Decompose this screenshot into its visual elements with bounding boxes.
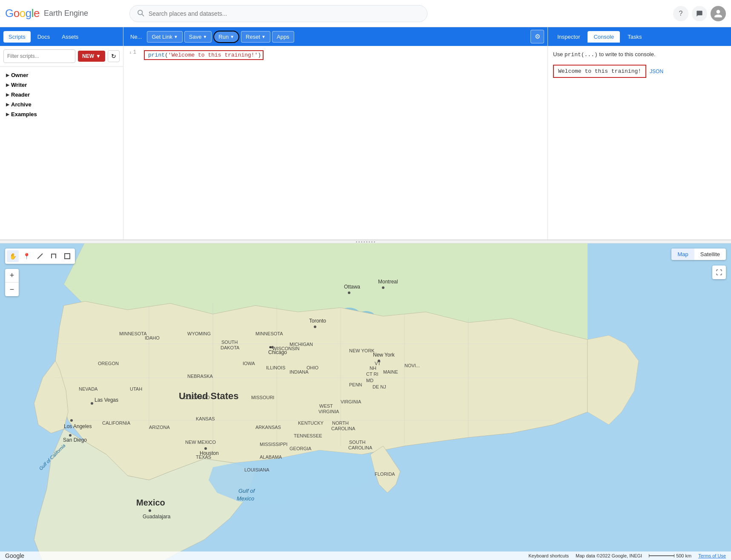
reset-button[interactable]: Reset ▼ — [241, 31, 270, 43]
tree-item-reader[interactable]: ▶ Reader — [3, 90, 120, 100]
svg-text:Toronto: Toronto — [309, 318, 326, 324]
editor-new-label: Ne... — [127, 31, 145, 42]
svg-text:NEW YORK: NEW YORK — [349, 348, 375, 353]
tab-inspector[interactable]: Inspector — [551, 31, 586, 43]
tab-docs[interactable]: Docs — [32, 31, 55, 43]
map-zoom-controls: + − — [5, 269, 19, 296]
console-json-label[interactable]: JSON — [650, 69, 663, 74]
svg-text:LOUISIANA: LOUISIANA — [244, 467, 269, 472]
left-tabs: Scripts Docs Assets — [0, 27, 123, 46]
tree-arrow-writer: ▶ — [6, 83, 9, 87]
svg-text:NORTH: NORTH — [332, 420, 349, 426]
svg-text:FLORIDA: FLORIDA — [375, 471, 395, 477]
svg-text:CAROLINA: CAROLINA — [331, 426, 355, 431]
notification-button[interactable] — [692, 6, 707, 21]
rectangle-tool-button[interactable] — [61, 250, 73, 262]
save-button[interactable]: Save ▼ — [184, 31, 212, 43]
svg-text:WYOMING: WYOMING — [187, 331, 211, 336]
breakpoint-indicator: i — [129, 51, 132, 54]
svg-text:Houston: Houston — [200, 450, 219, 456]
console-content: Use print(...) to write to this console.… — [548, 46, 731, 240]
svg-point-75 — [382, 286, 384, 289]
svg-text:OREGON: OREGON — [98, 361, 119, 366]
settings-gear-button[interactable]: ⚙ — [530, 30, 544, 43]
svg-text:MINNESOTA: MINNESOTA — [119, 331, 147, 336]
pan-tool-button[interactable]: ✋ — [7, 250, 19, 262]
user-avatar-button[interactable] — [711, 6, 726, 21]
logo-earth-engine-text: Earth Engine — [44, 9, 88, 18]
refresh-button[interactable]: ↻ — [108, 50, 120, 62]
header-icons: ? — [673, 6, 726, 21]
search-icon — [137, 9, 144, 18]
svg-text:MICHIGAN: MICHIGAN — [290, 342, 313, 347]
svg-text:Guadalajara: Guadalajara — [143, 514, 171, 520]
svg-text:IOWA: IOWA — [243, 361, 255, 366]
resize-handle[interactable] — [0, 240, 731, 243]
svg-text:NOVI...: NOVI... — [404, 363, 420, 368]
right-panel: Inspector Console Tasks Use print(...) t… — [548, 27, 731, 240]
svg-text:CAROLINA: CAROLINA — [348, 445, 373, 450]
search-bar-container[interactable] — [129, 5, 427, 22]
point-tool-button[interactable]: 📍 — [20, 250, 32, 262]
help-button[interactable]: ? — [673, 6, 688, 21]
tab-scripts[interactable]: Scripts — [3, 31, 31, 43]
map-area[interactable]: OREGON IDAHO WYOMING NEBRASKA KANSAS MIS… — [0, 243, 731, 560]
tree-arrow-reader: ▶ — [6, 92, 9, 97]
svg-point-69 — [378, 360, 380, 362]
tree-item-examples[interactable]: ▶ Examples — [3, 109, 120, 119]
tab-tasks[interactable]: Tasks — [622, 31, 648, 43]
svg-text:PENN: PENN — [349, 382, 362, 387]
tab-console[interactable]: Console — [588, 31, 620, 43]
middle-panel: Ne... Get Link ▼ Save ▼ Run ▼ Reset ▼ — [123, 27, 548, 240]
terms-of-use-link[interactable]: Terms of Use — [698, 553, 726, 558]
console-output-box: Welcome to this training! — [553, 65, 646, 78]
code-editor[interactable]: i 1 print('Welcome to this training!') — [123, 46, 548, 240]
map-view-button[interactable]: Map — [671, 249, 694, 260]
svg-text:VIRGINIA: VIRGINIA — [318, 409, 339, 414]
panels-row: Scripts Docs Assets NEW ▼ ↻ ▶ Owner ▶ — [0, 27, 731, 240]
run-button[interactable]: Run ▼ — [213, 31, 239, 43]
zoom-in-button[interactable]: + — [5, 269, 19, 283]
svg-text:WEST: WEST — [319, 403, 333, 409]
tree-item-writer[interactable]: ▶ Writer — [3, 80, 120, 90]
svg-point-83 — [204, 447, 207, 450]
svg-text:Mexico: Mexico — [237, 495, 254, 502]
code-content-1: print('Welcome to this training!') — [146, 52, 261, 58]
svg-text:ILLINOIS: ILLINOIS — [266, 365, 285, 370]
svg-text:Montreal: Montreal — [378, 279, 398, 285]
apps-button[interactable]: Apps — [272, 31, 294, 43]
reset-arrow: ▼ — [261, 34, 266, 39]
keyboard-shortcuts-link[interactable]: Keyboard shortcuts — [528, 553, 569, 558]
svg-text:CT RI: CT RI — [366, 371, 378, 377]
search-input[interactable] — [149, 10, 420, 17]
svg-text:SOUTH: SOUTH — [221, 340, 238, 345]
shape-tool-button[interactable] — [48, 250, 60, 262]
scale-bar: 500 km — [649, 553, 691, 558]
svg-point-81 — [69, 434, 72, 437]
tree-item-owner[interactable]: ▶ Owner — [3, 70, 120, 80]
zoom-out-button[interactable]: − — [5, 283, 19, 296]
satellite-view-button[interactable]: Satellite — [694, 249, 726, 260]
new-script-button[interactable]: NEW ▼ — [78, 51, 105, 62]
svg-text:NEW MEXICO: NEW MEXICO — [185, 440, 216, 445]
line-tool-button[interactable] — [34, 250, 46, 262]
tree-item-archive[interactable]: ▶ Archive — [3, 100, 120, 109]
filter-scripts-input[interactable] — [3, 49, 75, 63]
svg-text:MD: MD — [366, 378, 373, 383]
tab-assets[interactable]: Assets — [57, 31, 83, 43]
svg-text:Gulf of: Gulf of — [238, 488, 255, 494]
main-layout: Scripts Docs Assets NEW ▼ ↻ ▶ Owner ▶ — [0, 27, 731, 560]
run-arrow: ▼ — [230, 34, 234, 39]
fullscreen-button[interactable] — [712, 266, 726, 279]
svg-point-85 — [149, 509, 151, 512]
svg-point-68 — [269, 346, 272, 349]
svg-text:Ottawa: Ottawa — [344, 284, 360, 290]
svg-text:San Diego: San Diego — [63, 437, 87, 443]
svg-text:KANSAS: KANSAS — [196, 416, 215, 421]
svg-text:DE NJ: DE NJ — [373, 384, 386, 389]
map-svg: OREGON IDAHO WYOMING NEBRASKA KANSAS MIS… — [0, 243, 731, 560]
google-logo: Google — [5, 7, 40, 20]
get-link-button[interactable]: Get Link ▼ — [147, 31, 182, 43]
svg-text:GEORGIA: GEORGIA — [290, 446, 312, 451]
left-panel: Scripts Docs Assets NEW ▼ ↻ ▶ Owner ▶ — [0, 27, 123, 240]
